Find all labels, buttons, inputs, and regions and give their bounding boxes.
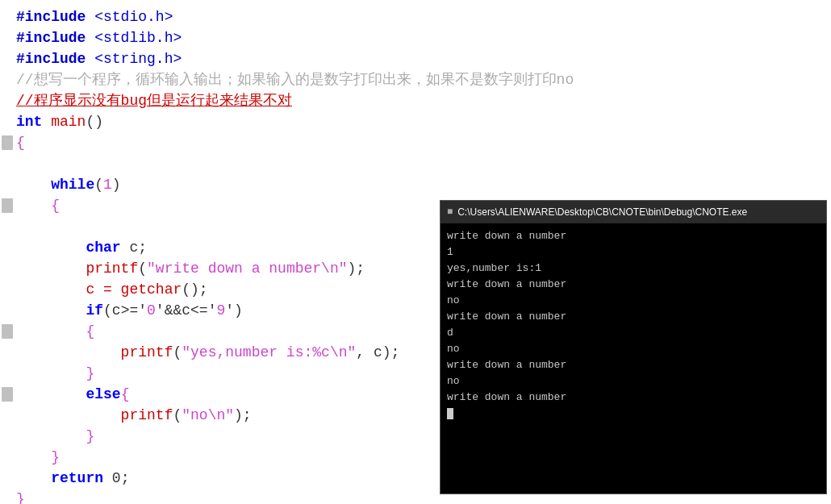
code-line: int main() xyxy=(16,111,831,132)
terminal-line: write down a number xyxy=(447,357,820,373)
terminal-cursor xyxy=(447,408,453,419)
terminal-title: C:\Users\ALIENWARE\Desktop\CB\CNOTE\bin\… xyxy=(457,206,747,218)
code-line: //程序显示没有bug但是运行起来结果不对 xyxy=(16,90,831,111)
terminal-line: write down a number xyxy=(447,277,820,293)
terminal-icon: ■ xyxy=(447,206,453,218)
code-line: { xyxy=(16,132,831,153)
terminal-body: write down a number1yes,number is:1write… xyxy=(441,223,826,494)
code-line xyxy=(16,153,831,174)
terminal-line: no xyxy=(447,373,820,389)
terminal-line: write down a number xyxy=(447,389,820,406)
code-line: #include <stdlib.h> xyxy=(16,27,831,48)
code-line: #include <stdio.h> xyxy=(16,6,831,27)
code-line: while(1) xyxy=(16,174,831,195)
terminal-titlebar: ■ C:\Users\ALIENWARE\Desktop\CB\CNOTE\bi… xyxy=(441,201,826,223)
code-line: #include <string.h> xyxy=(16,48,831,69)
terminal-line: no xyxy=(447,293,820,309)
terminal-line: write down a number xyxy=(447,228,820,244)
terminal-line xyxy=(447,406,820,422)
terminal-line: 1 xyxy=(447,244,820,260)
code-line: //想写一个程序，循环输入输出；如果输入的是数字打印出来，如果不是数字则打印no xyxy=(16,69,831,90)
terminal-line: write down a number xyxy=(447,309,820,325)
terminal-window: ■ C:\Users\ALIENWARE\Desktop\CB\CNOTE\bi… xyxy=(440,200,827,494)
terminal-line: yes,number is:1 xyxy=(447,260,820,277)
terminal-line: no xyxy=(447,341,820,357)
terminal-line: d xyxy=(447,325,820,341)
